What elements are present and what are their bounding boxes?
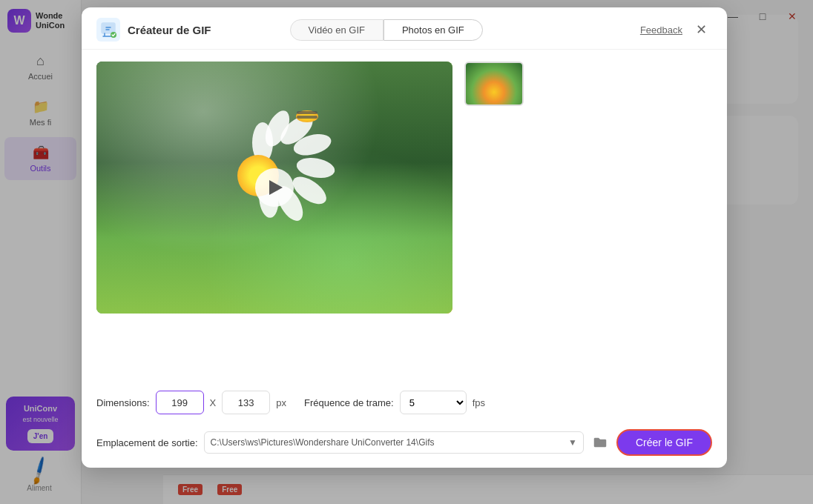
play-button[interactable] xyxy=(255,168,294,207)
dialog-tabs: Vidéo en GIF Photos en GIF xyxy=(290,19,483,41)
dimensions-label: Dimensions: xyxy=(96,397,150,408)
output-label: Emplacement de sortie: xyxy=(96,437,198,448)
dropdown-icon[interactable]: ▼ xyxy=(568,437,577,448)
thumbnails-section xyxy=(464,62,712,379)
folder-browse-button[interactable] xyxy=(590,432,610,453)
px-label: px xyxy=(276,397,286,408)
tab-video-gif[interactable]: Vidéo en GIF xyxy=(290,19,384,41)
thumbnail-1[interactable] xyxy=(464,62,524,106)
settings-row: Dimensions: X px Fréquence de trame: 5 1… xyxy=(82,391,727,423)
dialog-body xyxy=(82,50,727,391)
dialog-close-button[interactable]: ✕ xyxy=(691,19,712,40)
svg-rect-0 xyxy=(102,23,115,33)
video-section xyxy=(96,62,452,379)
dialog-title-area: Créateur de GIF xyxy=(96,18,211,42)
app-window: 🎁 👤 🎧 ≡ — □ ✕ W Wonde UniCon ⌂ Accuei 📁 xyxy=(0,0,813,504)
dimensions-group: Dimensions: X px xyxy=(96,391,286,414)
x-separator: X xyxy=(210,397,217,408)
dialog-title-icon xyxy=(96,18,120,42)
output-path-display: C:\Users\ws\Pictures\Wondershare UniConv… xyxy=(204,431,584,454)
bee-element xyxy=(292,107,329,129)
height-input[interactable] xyxy=(222,391,270,414)
create-gif-button[interactable]: Créer le GIF xyxy=(616,429,712,456)
dialog-header: Créateur de GIF Vidéo en GIF Photos en G… xyxy=(82,7,727,50)
fps-label: Fréquence de trame: xyxy=(304,397,394,408)
output-path-text: C:\Users\ws\Pictures\Wondershare UniConv… xyxy=(211,437,566,448)
tab-photos-gif[interactable]: Photos en GIF xyxy=(384,19,483,41)
feedback-link[interactable]: Feedback xyxy=(640,24,682,36)
gif-creator-dialog: Créateur de GIF Vidéo en GIF Photos en G… xyxy=(82,7,727,468)
video-preview xyxy=(96,62,452,314)
play-triangle-icon xyxy=(269,180,283,195)
fps-select[interactable]: 5 10 15 20 25 xyxy=(400,391,467,414)
fps-unit: fps xyxy=(473,397,485,408)
dialog-title: Créateur de GIF xyxy=(128,24,211,36)
fps-group: Fréquence de trame: 5 10 15 20 25 fps xyxy=(304,391,485,414)
width-input[interactable] xyxy=(156,391,204,414)
output-row: Emplacement de sortie: C:\Users\ws\Pictu… xyxy=(82,423,727,468)
